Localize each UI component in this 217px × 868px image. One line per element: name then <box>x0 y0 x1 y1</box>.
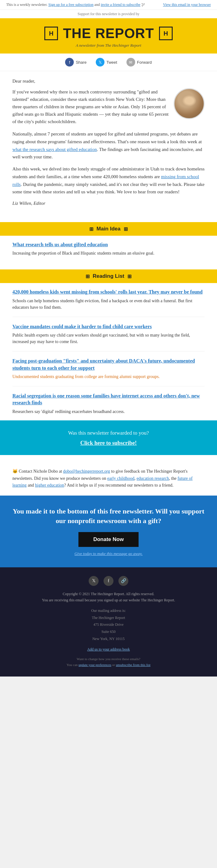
footer-link-icon[interactable]: 🔗 <box>118 576 128 586</box>
reading-list-article: Facing post-graduation "firsts" and unce… <box>12 358 205 386</box>
facebook-icon: f <box>65 58 74 66</box>
subscribe-link[interactable]: Click here to subscribe! <box>80 440 137 446</box>
education-research-link[interactable]: education research <box>136 476 169 481</box>
donation-box: You made it to the bottom of this free n… <box>0 496 217 567</box>
invite-link[interactable]: invite a friend to subscribe <box>101 2 140 7</box>
reading-article-title-3[interactable]: Racial segregation is one reason some fa… <box>12 393 205 406</box>
reading-list-banner: ⊞ Reading List ⊞ <box>0 270 217 283</box>
forward-button[interactable]: ✉ Forward <box>127 58 152 66</box>
reading-article-title-1[interactable]: Vaccine mandates could make it harder to… <box>12 323 205 330</box>
paragraph2: Nationally, almost 7 percent of students… <box>12 130 205 161</box>
address-book-line: Add us to your address book <box>9 646 208 652</box>
contact-email-link[interactable]: dobo@hechingerreport.org <box>63 469 110 474</box>
early-childhood-link[interactable]: early childhood <box>107 476 134 481</box>
banner-icon-left: ⊞ <box>89 226 93 232</box>
main-idea-article: What research tells us about gifted educ… <box>12 241 205 256</box>
support-line: Support for this newsletter is provided … <box>0 10 217 18</box>
tweet-button[interactable]: 𝕏 Tweet <box>96 58 117 66</box>
footer: 𝕏 f 🔗 Copyright © 2021 The Hechinger Rep… <box>0 567 217 677</box>
reading-article-desc-3: Researchers say 'digital' redlining exac… <box>12 408 205 415</box>
footer-prefs-line: You can update your preferences or unsub… <box>9 662 208 668</box>
header-title: THE REPORT <box>63 26 154 41</box>
reading-article-desc-0: Schools can help homeless students fight… <box>12 298 205 311</box>
view-in-browser-link[interactable]: View this email in your browser <box>163 2 211 7</box>
footer-address: Our mailing address is: The Hechinger Re… <box>9 607 208 643</box>
salutation: Dear reader, <box>12 79 205 84</box>
signup-link[interactable]: Sign up for a free subscription <box>48 2 93 7</box>
top-bar: This is a weekly newsletter. Sign up for… <box>0 0 217 10</box>
reading-list-article: Vaccine mandates could make it harder to… <box>12 323 205 351</box>
subscribe-box: Was this newsletter forwarded to you? Cl… <box>0 421 217 455</box>
twitter-icon: 𝕏 <box>96 58 105 66</box>
unsubscribe-link[interactable]: unsubscribe from this list <box>116 663 151 666</box>
reading-banner-icon-right: ⊞ <box>128 274 131 279</box>
share-button[interactable]: f Share <box>65 58 86 66</box>
header-icon-left: H <box>44 27 58 40</box>
footer-receiving: You are receiving this email because you… <box>9 597 208 603</box>
subscribe-text: Was this newsletter forwarded to you? <box>12 429 205 437</box>
footer-bottom: Want to change how you receive these ema… <box>9 656 208 668</box>
reading-article-title-2[interactable]: Facing post-graduation "firsts" and unce… <box>12 358 205 372</box>
avatar <box>173 88 205 119</box>
reading-banner-icon-left: ⊞ <box>86 274 89 279</box>
reading-article-desc-2: Undocumented students graduating from co… <box>12 373 205 380</box>
give-today-link[interactable]: Give today to make this message go away. <box>12 551 205 556</box>
footer-social: 𝕏 f 🔗 <box>9 576 208 586</box>
footer-copyright: Copyright © 2021 The Hechinger Report. A… <box>9 591 208 597</box>
header-section: H THE REPORT H A newsletter from The Hec… <box>0 18 217 54</box>
contact-emoji: 🐱 <box>12 469 18 474</box>
reading-list-article: 420,000 homeless kids went missing from … <box>12 289 205 317</box>
reading-list-section: 420,000 homeless kids went missing from … <box>0 283 217 420</box>
banner-icon-right: ⊞ <box>124 226 128 232</box>
higher-education-link[interactable]: higher education <box>35 483 64 488</box>
main-idea-section: What research tells us about gifted educ… <box>0 236 217 262</box>
avatar-container <box>173 88 205 125</box>
social-row: f Share 𝕏 Tweet ✉ Forward <box>0 54 217 71</box>
email-wrapper: This is a weekly newsletter. Sign up for… <box>0 0 217 677</box>
paragraph3: Also this week, we delved into the lonel… <box>12 165 205 196</box>
top-bar-left: This is a weekly newsletter. Sign up for… <box>6 2 145 7</box>
reading-article-title-0[interactable]: 420,000 homeless kids went missing from … <box>12 289 205 296</box>
update-prefs-link[interactable]: update your preferences <box>78 663 111 666</box>
gifted-education-link[interactable]: what the research says about gifted educ… <box>12 147 97 152</box>
footer-facebook-icon[interactable]: f <box>104 576 113 586</box>
footer-twitter-icon[interactable]: 𝕏 <box>89 576 99 586</box>
main-idea-banner: ⊞ Main Idea ⊞ <box>0 222 217 236</box>
reading-article-desc-1: Public health experts say child care wor… <box>12 332 205 345</box>
header-subtitle: A newsletter from The Hechinger Report <box>9 43 208 48</box>
donation-headline: You made it to the bottom of this free n… <box>12 507 205 526</box>
signature: Liz Willen, Editor <box>12 201 205 206</box>
main-idea-title[interactable]: What research tells us about gifted educ… <box>12 241 205 248</box>
intro-section: If you've wondered why there is so much … <box>12 88 205 125</box>
intro-text: If you've wondered why there is so much … <box>12 88 169 125</box>
reading-list-article: Racial segregation is one reason some fa… <box>12 393 205 415</box>
spacer <box>0 455 217 461</box>
forward-icon: ✉ <box>127 58 135 66</box>
contact-section: 🐱 Contact Nichole Dobo at dobo@hechinger… <box>0 461 217 496</box>
donate-button[interactable]: Donate Now <box>78 532 139 547</box>
header-logo-row: H THE REPORT H <box>9 26 208 41</box>
header-icon-right: H <box>159 27 173 40</box>
main-idea-desc: Increasing the proportion of Black and H… <box>12 250 205 256</box>
address-book-link[interactable]: Add us to your address book <box>87 647 130 651</box>
contact-paragraph: 🐱 Contact Nichole Dobo at dobo@hechinger… <box>12 468 205 489</box>
body-content: Dear reader, If you've wondered why ther… <box>0 71 217 215</box>
